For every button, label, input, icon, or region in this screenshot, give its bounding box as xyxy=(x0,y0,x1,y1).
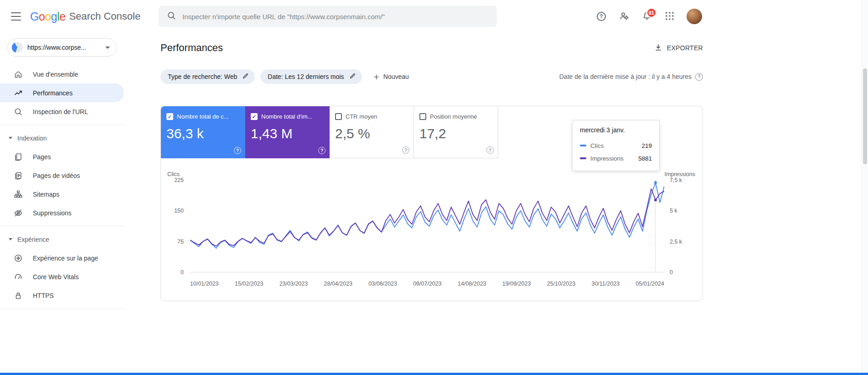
checkbox-unchecked-icon[interactable] xyxy=(419,113,426,120)
new-filter-button[interactable]: + Nouveau xyxy=(374,72,409,82)
left-axis-ticks: 225150750 xyxy=(167,180,184,272)
sidebar-item-performances[interactable]: Performances xyxy=(0,83,124,102)
chart-tooltip: mercredi 3 janv. Clics 219 Impressions 5… xyxy=(572,120,660,171)
sidebar-item-sitemaps[interactable]: Sitemaps xyxy=(0,185,124,203)
avatar[interactable] xyxy=(687,9,702,24)
axis-tick-label: 0 xyxy=(670,269,673,276)
notifications-button[interactable]: 81 xyxy=(637,7,656,26)
tooltip-date: mercredi 3 janv. xyxy=(580,126,652,134)
tooltip-label: Impressions xyxy=(590,155,634,162)
sidebar-item-label: Suppressions xyxy=(33,209,72,217)
metric-label: Nombre total de c... xyxy=(177,113,228,120)
sidebar-item-https[interactable]: HTTPS xyxy=(0,286,124,305)
property-icon xyxy=(12,42,23,53)
pencil-icon xyxy=(242,73,249,81)
filter-chip-date[interactable]: Date: Les 12 derniers mois xyxy=(260,69,362,84)
metric-card-avg-position[interactable]: Position moyenne 17,2 ? xyxy=(414,106,498,158)
sidebar-item-experience-page[interactable]: Expérience sur la page xyxy=(0,249,124,267)
metric-value: 36,3 k xyxy=(166,126,240,141)
pages-icon xyxy=(14,152,23,161)
sidebar-item-vue-densemble[interactable]: Vue d'ensemble xyxy=(0,65,124,83)
performance-card: ✓ Nombre total de c... 36,3 k ? ✓ Nombre… xyxy=(160,106,703,301)
help-icon[interactable]: ? xyxy=(318,147,326,154)
metric-card-avg-ctr[interactable]: CTR moyen 2,5 % ? xyxy=(330,106,414,158)
hover-point-clics xyxy=(654,181,657,184)
new-filter-label: Nouveau xyxy=(383,73,409,80)
scrollbar-thumb[interactable] xyxy=(863,68,867,164)
sidebar-item-pages[interactable]: Pages xyxy=(0,147,124,166)
help-icon[interactable]: ? xyxy=(486,146,494,154)
property-selector[interactable]: https://www.corpse... xyxy=(7,38,117,57)
checkbox-checked-icon[interactable]: ✓ xyxy=(166,113,173,120)
sidebar-section-label: Indexation xyxy=(17,135,47,142)
page-scrollbar[interactable] xyxy=(862,0,868,375)
help-glyph: ? xyxy=(599,14,603,19)
performance-line-chart[interactable] xyxy=(190,180,664,272)
tooltip-row-impressions: Impressions 5881 xyxy=(580,152,652,165)
filter-label: Date: Les 12 derniers mois xyxy=(268,73,344,80)
x-axis-tick-label: 23/03/2023 xyxy=(279,281,308,287)
sitemap-icon xyxy=(14,190,23,199)
search-icon xyxy=(167,11,176,22)
sidebar-item-label: HTTPS xyxy=(33,292,54,299)
export-label: EXPORTER xyxy=(667,44,703,52)
sidebar-section-indexation[interactable]: Indexation xyxy=(0,129,124,147)
sidebar-divider xyxy=(0,125,124,125)
metric-card-total-impressions[interactable]: ✓ Nombre total d'im... 1,43 M ? xyxy=(245,106,330,158)
help-icon[interactable]: ? xyxy=(695,73,703,81)
help-glyph: ? xyxy=(236,148,239,153)
sidebar-section-label: Expérience xyxy=(17,236,49,243)
menu-icon[interactable] xyxy=(11,12,21,21)
sidebar-item-inspection-url[interactable]: Inspection de l'URL xyxy=(0,102,124,121)
sidebar-item-label: Inspection de l'URL xyxy=(33,108,88,115)
sidebar-item-label: Core Web Vitals xyxy=(33,273,79,281)
notification-badge: 81 xyxy=(646,8,656,18)
eye-off-icon xyxy=(14,208,23,218)
help-button[interactable]: ? xyxy=(592,7,611,26)
checkbox-unchecked-icon[interactable] xyxy=(335,113,342,120)
sidebar-item-suppressions[interactable]: Suppressions xyxy=(0,203,124,222)
x-axis-tick-label: 30/11/2023 xyxy=(591,281,620,287)
pencil-icon xyxy=(349,73,356,81)
page-experience-icon xyxy=(14,254,23,263)
chart-plot-area[interactable] xyxy=(190,180,664,272)
help-icon[interactable]: ? xyxy=(402,146,409,154)
last-update-status: Date de la dernière mise à jour : il y a… xyxy=(559,73,703,81)
sidebar-item-pages-videos[interactable]: Pages de vidéos xyxy=(0,166,124,185)
checkbox-checked-icon[interactable]: ✓ xyxy=(251,113,258,120)
magnifier-icon xyxy=(14,107,23,116)
x-axis-tick-label: 14/08/2023 xyxy=(458,281,486,287)
sidebar-divider xyxy=(0,308,124,309)
axis-tick-label: 150 xyxy=(174,208,184,214)
topbar-actions: ? 81 xyxy=(592,0,702,33)
url-inspect-input[interactable] xyxy=(182,13,489,21)
sidebar-item-label: Pages de vidéos xyxy=(33,172,80,179)
user-settings-button[interactable] xyxy=(615,7,634,26)
lock-icon xyxy=(14,291,23,300)
speedometer-icon xyxy=(14,272,23,281)
app-logo[interactable]: Google Search Console xyxy=(30,0,140,33)
help-icon: ? xyxy=(597,12,606,21)
x-axis-labels: 10/01/202315/02/202323/03/202328/04/2023… xyxy=(190,281,664,287)
export-button[interactable]: EXPORTER xyxy=(654,43,703,53)
x-axis-tick-label: 09/07/2023 xyxy=(413,281,442,287)
check-glyph: ✓ xyxy=(252,114,256,120)
chevron-down-icon xyxy=(105,47,110,49)
help-icon[interactable]: ? xyxy=(234,147,241,154)
main-content: Performances EXPORTER Type de recherche:… xyxy=(160,33,703,301)
metric-label: Nombre total d'im... xyxy=(261,113,312,120)
metric-card-total-clicks[interactable]: ✓ Nombre total de c... 36,3 k ? xyxy=(161,106,245,158)
sidebar-item-label: Pages xyxy=(33,153,51,161)
impressions-swatch-icon xyxy=(580,157,586,159)
axis-tick-label: 0 xyxy=(181,269,184,276)
url-inspect-searchbar[interactable] xyxy=(159,6,497,27)
apps-grid-button[interactable] xyxy=(660,7,679,26)
tooltip-label: Clics xyxy=(590,142,637,149)
sidebar-item-core-web-vitals[interactable]: Core Web Vitals xyxy=(0,267,124,286)
clicks-swatch-icon xyxy=(580,145,586,146)
app-name: Search Console xyxy=(69,10,141,22)
sidebar-section-experience[interactable]: Expérience xyxy=(0,230,124,249)
filter-chip-search-type[interactable]: Type de recherche: Web xyxy=(160,69,255,84)
trending-up-icon xyxy=(14,89,23,98)
property-label: https://www.corpse... xyxy=(27,44,101,51)
